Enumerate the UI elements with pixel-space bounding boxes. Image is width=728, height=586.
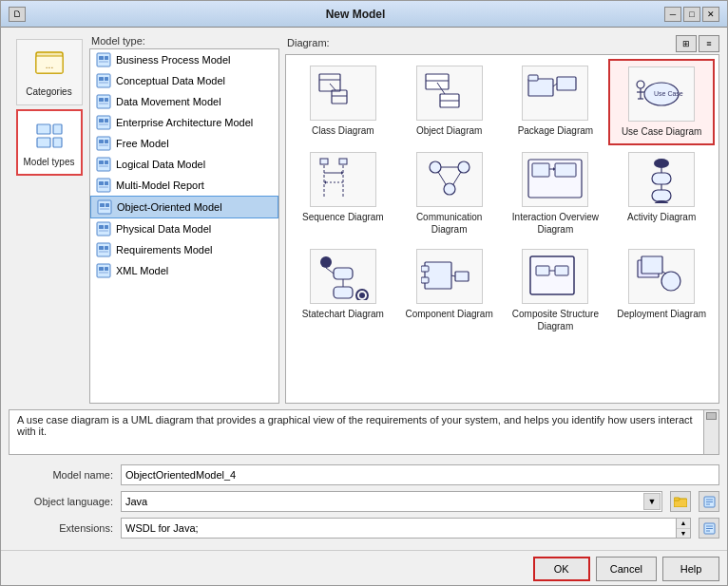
model-list-item[interactable]: Requirements Model: [90, 239, 278, 260]
model-type-icon: [96, 157, 111, 172]
extensions-label: Extensions:: [9, 522, 113, 534]
diagram-item-component[interactable]: Component Diagram: [396, 242, 503, 339]
extensions-wrapper: ▲ ▼: [121, 518, 691, 539]
svg-rect-97: [334, 268, 353, 279]
model-list[interactable]: Business Process Model Conceptual Data M…: [89, 48, 279, 404]
svg-rect-3: [37, 124, 50, 134]
diagram-name-interaction: Interaction Overview Diagram: [508, 211, 604, 236]
language-folder-button[interactable]: [670, 491, 691, 512]
diagram-item-activity[interactable]: Activity Diagram: [608, 145, 715, 242]
svg-rect-8: [99, 56, 104, 60]
svg-rect-48: [99, 267, 104, 271]
model-type-icon: [96, 73, 111, 88]
diagram-name-component: Component Diagram: [405, 308, 492, 320]
diagram-name-communication: Communication Diagram: [401, 211, 498, 236]
svg-line-107: [451, 275, 455, 276]
svg-point-114: [661, 272, 680, 291]
svg-rect-22: [99, 123, 108, 125]
diagram-item-composite[interactable]: Composite Structure Diagram: [503, 242, 609, 339]
model-name-row: Model name:: [9, 464, 719, 485]
svg-rect-39: [97, 222, 110, 236]
svg-line-83: [438, 172, 446, 184]
folder-icon: [674, 496, 687, 507]
svg-point-66: [637, 81, 644, 88]
svg-rect-33: [105, 181, 108, 185]
model-list-item[interactable]: Object-Oriented Model: [90, 196, 278, 218]
diagram-item-usecase[interactable]: Use CaseUse Case Diagram: [608, 59, 715, 145]
ok-button[interactable]: OK: [533, 557, 590, 581]
spin-down-button[interactable]: ▼: [677, 529, 690, 539]
svg-text:Use Case: Use Case: [654, 90, 683, 97]
diagram-thumb-interaction: [522, 152, 588, 207]
model-list-item[interactable]: Free Model: [90, 133, 278, 154]
object-language-select[interactable]: Java: [121, 491, 662, 512]
svg-rect-43: [97, 243, 110, 256]
diagram-name-activity: Activity Diagram: [627, 211, 696, 223]
close-button[interactable]: ✕: [702, 7, 719, 22]
model-types-button[interactable]: Model types: [16, 109, 83, 176]
diagram-item-deployment[interactable]: Deployment Diagram: [608, 242, 715, 339]
svg-rect-9: [105, 56, 108, 60]
model-name-input[interactable]: [121, 464, 719, 485]
svg-rect-99: [334, 287, 353, 298]
diagram-item-object[interactable]: Object Diagram: [396, 59, 503, 145]
extensions-config-button[interactable]: [699, 518, 719, 539]
diagram-item-communication[interactable]: Communication Diagram: [396, 145, 503, 242]
model-list-item[interactable]: Logical Data Model: [90, 154, 278, 175]
model-list-item[interactable]: Conceptual Data Model: [90, 70, 278, 91]
svg-rect-63: [557, 77, 576, 90]
diagram-name-class: Class Diagram: [312, 124, 374, 137]
cancel-button[interactable]: Cancel: [596, 557, 657, 581]
help-button[interactable]: Help: [662, 557, 719, 581]
svg-rect-106: [455, 272, 469, 281]
config-icon: [703, 496, 716, 508]
model-list-item[interactable]: Multi-Model Report: [90, 175, 278, 196]
spin-up-button[interactable]: ▲: [677, 519, 690, 529]
diagram-item-sequence[interactable]: Sequence Diagram: [290, 145, 396, 242]
diagram-grid[interactable]: Class Diagram Object Diagram Package Dia…: [285, 54, 719, 404]
svg-rect-41: [105, 225, 108, 229]
svg-rect-30: [99, 165, 108, 167]
model-list-item[interactable]: Business Process Model: [90, 49, 278, 70]
object-language-label: Object language:: [9, 496, 113, 507]
svg-rect-32: [99, 181, 104, 185]
model-name-label: Model name:: [9, 469, 113, 481]
svg-rect-91: [652, 173, 671, 184]
svg-rect-18: [99, 103, 108, 104]
svg-rect-51: [319, 74, 340, 91]
categories-button[interactable]: ... Categories: [16, 39, 83, 105]
svg-rect-34: [99, 186, 108, 188]
svg-text:...: ...: [45, 60, 52, 70]
svg-point-96: [320, 256, 332, 268]
diagram-item-package[interactable]: Package Diagram: [503, 59, 609, 145]
diagram-item-interaction[interactable]: Interaction Overview Diagram: [503, 145, 609, 242]
object-language-row: Object language: Java ▼: [9, 491, 719, 512]
desc-scrollbar[interactable]: [703, 410, 718, 454]
description-text: A use case diagram is a UML diagram that…: [17, 414, 693, 437]
grid-view-button[interactable]: ⊞: [676, 35, 697, 52]
svg-rect-25: [105, 140, 108, 143]
svg-rect-37: [105, 203, 109, 207]
minimize-button[interactable]: ─: [664, 7, 681, 22]
extensions-input[interactable]: [121, 518, 677, 539]
diagram-item-class[interactable]: Class Diagram: [290, 59, 396, 145]
svg-rect-62: [528, 75, 538, 81]
model-list-item[interactable]: XML Model: [90, 260, 278, 281]
view-buttons: ⊞ ≡: [676, 35, 719, 52]
extensions-spinner[interactable]: ▲ ▼: [677, 518, 691, 539]
diagram-item-statechart[interactable]: Statechart Diagram: [290, 242, 396, 339]
svg-rect-17: [105, 98, 108, 102]
svg-rect-27: [97, 158, 110, 171]
object-language-wrapper: Java ▼: [121, 491, 662, 512]
svg-rect-4: [37, 138, 50, 147]
model-list-item[interactable]: Physical Data Model: [90, 218, 278, 239]
model-list-item[interactable]: Data Movement Model: [90, 91, 278, 112]
model-list-item[interactable]: Enterprise Architecture Model: [90, 112, 278, 133]
svg-rect-42: [99, 230, 108, 232]
list-view-button[interactable]: ≡: [699, 35, 719, 52]
language-config-button[interactable]: [699, 491, 719, 512]
svg-point-80: [458, 161, 469, 173]
svg-rect-36: [100, 203, 105, 207]
model-types-label: Model types: [24, 157, 75, 167]
maximize-button[interactable]: □: [683, 7, 700, 22]
